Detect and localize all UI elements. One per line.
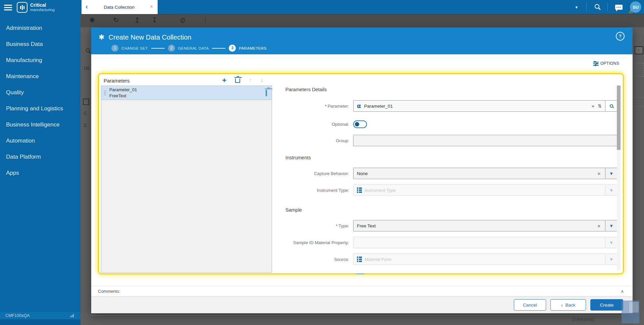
- step-2-circle[interactable]: 2: [168, 45, 175, 52]
- sidebar-item-maintenance[interactable]: Maintenance: [0, 68, 80, 85]
- options-label: OPTIONS: [600, 61, 619, 66]
- optional-toggle[interactable]: [353, 120, 367, 128]
- type-value: Free Text: [357, 223, 376, 228]
- import-icon: ↥: [134, 16, 140, 24]
- step-1-circle[interactable]: 1: [111, 45, 118, 52]
- sidebar-item-automation[interactable]: Automation: [0, 133, 80, 149]
- move-up-button[interactable]: ↑: [249, 77, 252, 84]
- environment-name: CMF100xQA: [0, 313, 70, 318]
- environment-status-bar: CMF100xQA: [0, 312, 80, 319]
- sidebar: Critical manufacturing Administration Bu…: [0, 0, 80, 325]
- sidebar-nav: Administration Business Data Manufacturi…: [0, 20, 80, 181]
- advanced-filter-icon[interactable]: ⇅: [598, 103, 602, 109]
- scrollbar-thumb[interactable]: [617, 86, 621, 150]
- sidebar-item-planning-and-logistics[interactable]: Planning and Logistics: [0, 101, 80, 117]
- sidebar-item-data-platform[interactable]: Data Platform: [0, 149, 80, 165]
- sample-count-toggle[interactable]: [353, 274, 367, 274]
- sample-id-select: [353, 237, 605, 248]
- menu-icon[interactable]: [4, 3, 13, 12]
- comments-row: Comments: ∧: [91, 286, 633, 296]
- messages-icon[interactable]: [615, 5, 623, 10]
- capture-behavior-select[interactable]: None ×: [353, 168, 605, 179]
- step-3-label[interactable]: PARAMETERS: [239, 46, 266, 50]
- details-scrollbar[interactable]: [617, 86, 621, 271]
- step-2-label[interactable]: GENERAL DATA: [178, 46, 209, 50]
- parameter-label: *Parameter:: [285, 104, 349, 109]
- refresh-icon: ↻: [113, 16, 119, 24]
- sidebar-item-manufacturing[interactable]: Manufacturing: [0, 52, 80, 68]
- parameters-list-title: Parameters: [101, 78, 222, 84]
- back-button[interactable]: ‹ Back: [550, 299, 586, 311]
- back-button-label: Back: [565, 303, 575, 308]
- more-actions-icon: ⋮: [202, 16, 209, 24]
- step-connector: [151, 48, 165, 49]
- add-parameter-button[interactable]: +: [222, 77, 226, 84]
- sample-id-dropdown-button: ▼: [605, 237, 618, 248]
- parameter-list-item-selected[interactable]: Parameter_01 FreeText: [101, 86, 272, 100]
- toggle-knob: [355, 122, 359, 126]
- move-down-button[interactable]: ↓: [261, 77, 264, 84]
- parameters-section: Parameters + ↑ ↓ Parameter_01 FreeText: [98, 73, 624, 274]
- source-dropdown-button: ▼: [605, 254, 618, 265]
- type-dropdown-button[interactable]: ▼: [605, 220, 618, 231]
- optional-label: Optional:: [285, 122, 349, 127]
- options-button[interactable]: OPTIONS: [593, 61, 619, 66]
- terminate-icon: ⊘: [180, 16, 186, 24]
- user-menu[interactable]: SU ⚠: [630, 1, 641, 13]
- separator: [607, 3, 608, 11]
- modal-header: ✱ Create New Data Collection ? 1 CHANGE …: [91, 28, 633, 54]
- caret-down-icon: ▼: [610, 258, 613, 261]
- clear-icon[interactable]: ×: [590, 103, 596, 109]
- tab-back-icon[interactable]: ‹: [82, 3, 91, 11]
- type-select[interactable]: Free Text ×: [353, 220, 605, 231]
- sidebar-item-business-data[interactable]: Business Data: [0, 36, 80, 52]
- clear-icon[interactable]: ×: [596, 171, 602, 176]
- parameters-list: Parameter_01 FreeText: [101, 86, 272, 273]
- entity-list-icon: [357, 187, 362, 193]
- background-toolbar: ✱ ↻ ↥ ↧ ⊘ ⋮: [80, 14, 644, 27]
- tab-data-collection[interactable]: ‹ Data Collection ×: [82, 0, 158, 14]
- wizard-steps: 1 CHANGE SET 2 GENERAL DATA 3 PARAMETERS: [111, 45, 270, 52]
- modal-title: Create New Data Collection: [109, 34, 192, 41]
- type-label: *Type:: [285, 223, 349, 228]
- cancel-button[interactable]: Cancel: [514, 299, 546, 311]
- type-row: *Type: Free Text × ▼: [285, 220, 618, 231]
- global-search-button[interactable]: [587, 4, 607, 10]
- remove-item-button[interactable]: [266, 90, 267, 96]
- drag-handle-icon[interactable]: [104, 91, 106, 95]
- step-1-label[interactable]: CHANGE SET: [121, 46, 148, 50]
- search-icon: [610, 104, 613, 108]
- sidebar-item-apps[interactable]: Apps: [0, 165, 80, 181]
- source-label: Source:: [285, 257, 349, 262]
- group-input[interactable]: [353, 135, 618, 146]
- sidebar-header: Critical manufacturing: [0, 0, 80, 15]
- clear-icon[interactable]: ×: [596, 223, 602, 229]
- delete-parameter-button[interactable]: [235, 78, 240, 83]
- instrument-type-label: Instrument Type:: [285, 188, 349, 193]
- help-icon[interactable]: ?: [616, 32, 625, 41]
- tab-close-icon[interactable]: ×: [147, 4, 158, 10]
- instrument-type-dropdown-button: ▼: [605, 184, 618, 196]
- create-button[interactable]: Create: [590, 299, 623, 311]
- instrument-type-row: Instrument Type: Instrument Type ▼: [285, 184, 618, 196]
- tabs-dropdown-icon[interactable]: ▾: [567, 5, 586, 10]
- parameter-input[interactable]: α Parameter_01 × ⇅: [353, 100, 605, 112]
- sidebar-item-quality[interactable]: Quality: [0, 85, 80, 101]
- background-fragment: [634, 63, 644, 76]
- parameter-search-button[interactable]: [605, 100, 618, 112]
- capture-behavior-dropdown-button[interactable]: ▼: [605, 168, 618, 179]
- details-heading: Parameters Details: [285, 87, 618, 92]
- connection-signal-icon: [70, 314, 74, 317]
- sidebar-item-administration[interactable]: Administration: [0, 20, 80, 36]
- sample-count-row: Sample Count Is Percentage:: [285, 274, 618, 274]
- step-3-circle[interactable]: 3: [229, 45, 236, 52]
- chevron-left-icon: ‹: [561, 302, 562, 308]
- parameter-item-text: Parameter_01 FreeText: [109, 87, 266, 99]
- caret-down-icon: ▼: [610, 241, 613, 245]
- instrument-type-select: Instrument Type: [353, 184, 605, 196]
- record-count: (2 Records): [572, 317, 594, 322]
- collapse-icon[interactable]: ∧: [621, 289, 633, 294]
- sidebar-item-business-intelligence[interactable]: Business Intelligence: [0, 117, 80, 133]
- new-entity-icon: ✱: [99, 33, 105, 41]
- sidebar-bottom-strip: [0, 319, 80, 325]
